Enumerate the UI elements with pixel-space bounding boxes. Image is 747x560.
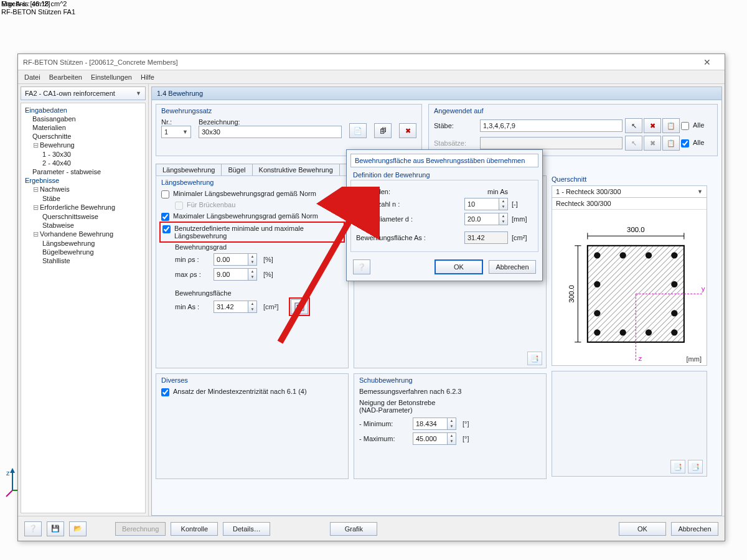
tree-materialien[interactable]: Materialien [21, 123, 145, 132]
help-icon[interactable]: ❔ [24, 521, 42, 536]
tab-buegel[interactable]: Bügel [221, 164, 252, 175]
output-area: 31.42 [464, 231, 508, 244]
tree-basisangaben[interactable]: Basisangaben [21, 114, 145, 123]
label-stabanzahl: Stabanzahl n : [356, 200, 464, 208]
label-schub-min: - Minimum: [359, 420, 409, 427]
cross-section-select[interactable]: 1 - Rechteck 300/300▼ [552, 186, 707, 198]
popup-help-icon[interactable]: ❔ [353, 259, 370, 274]
tree-erforderliche[interactable]: ⊟Erforderliche Bewehrung [21, 203, 145, 212]
tree-nachweis[interactable]: ⊟Nachweis [21, 185, 145, 194]
clear-sets-icon: ✖ [644, 136, 661, 151]
popup-cancel-button[interactable]: Abbrechen [489, 260, 536, 274]
chk-alle-sets[interactable] [681, 139, 689, 147]
tree-querschnitte[interactable]: Querschnitte [21, 132, 145, 141]
input-stabanzahl[interactable]: 10▲▼ [464, 198, 508, 210]
tree-bewehrung[interactable]: ⊟Bewehrung [21, 141, 145, 150]
tree-ergebnisse[interactable]: Ergebnisse [21, 176, 145, 185]
chk-max-norm[interactable] [161, 213, 169, 221]
menu-datei[interactable]: Datei [24, 73, 40, 81]
close-icon[interactable]: ✕ [695, 57, 720, 67]
tree-vorhandene[interactable]: ⊟Vorhandene Bewehrung [21, 230, 145, 239]
schub-line2: Neigung der Betonstrebe [359, 399, 541, 406]
label-bezeichnung: Bezeichnung: [199, 118, 342, 126]
svg-point-24 [671, 329, 677, 335]
pick-members-icon[interactable]: ↖ [625, 118, 642, 133]
tree-laengs[interactable]: Längsbewehrung [21, 239, 145, 248]
group-title: Angewendet auf [434, 107, 712, 114]
svg-point-8 [301, 305, 303, 307]
input-minrho[interactable]: 0.00▲▼ [214, 253, 257, 266]
unit-cm2: [cm²] [512, 234, 533, 241]
tree-bw1[interactable]: 1 - 30x30 [21, 150, 145, 159]
tree-bw2[interactable]: 2 - 40x40 [21, 159, 145, 167]
unit-mm: [mm] [512, 215, 533, 223]
rebar-definition-dialog: Bewehrungsfläche aus Bewehrungsstäben üb… [346, 149, 543, 281]
input-schub-max[interactable]: 45.000▲▼ [413, 432, 456, 445]
svg-point-7 [297, 305, 299, 307]
svg-text:300.0: 300.0 [627, 226, 644, 233]
menu-bearbeiten[interactable]: Bearbeiten [49, 73, 82, 81]
copy-set-icon[interactable]: 🗐 [374, 123, 392, 138]
unit-cm2: [cm²] [263, 303, 278, 310]
import-icon[interactable]: 📂 [69, 521, 87, 536]
chk-brueck [175, 202, 183, 210]
case-combo[interactable]: FA2 - CA1-own reinforcement ▼ [21, 86, 146, 100]
abbrechen-button[interactable]: Abbrechen [671, 522, 718, 536]
label-maxrho: max ρs : [175, 271, 210, 278]
delete-set-icon[interactable]: ✖ [399, 123, 416, 138]
berechnung-button[interactable]: Berechnung [115, 522, 166, 536]
tab-laengs[interactable]: Längsbewehrung [156, 164, 222, 175]
menu-einstellungen[interactable]: Einstellungen [91, 73, 132, 81]
list-members-icon[interactable]: 📋 [662, 118, 680, 133]
tree-stahlliste[interactable]: Stahlliste [21, 256, 145, 265]
chk-min-norm[interactable] [161, 190, 169, 198]
clear-members-icon[interactable]: ✖ [644, 118, 661, 133]
cross-section-drawing: 300.0 300.0 y z [552, 210, 707, 365]
tree-stabweise[interactable]: Stabweise [21, 221, 145, 230]
unit-deg: [°] [463, 420, 469, 427]
dialog-footer: ❔ 💾 📂 Berechnung Kontrolle Details… Graf… [18, 516, 725, 541]
svg-point-19 [594, 310, 600, 316]
qs-unit: [mm] [687, 355, 702, 363]
unit-pct: [%] [263, 271, 273, 278]
qs-detail-icon[interactable]: 📑 [670, 460, 685, 474]
ok-button[interactable]: OK [619, 522, 666, 536]
tree-buegel[interactable]: Bügelbewehrung [21, 248, 145, 256]
svg-text:300.0: 300.0 [568, 285, 575, 302]
unit-count: [-] [512, 200, 533, 208]
tree-param[interactable]: Parameter - stabweise [21, 167, 145, 176]
take-rebar-area-button[interactable] [291, 299, 308, 314]
navigation-tree[interactable]: Eingabedaten Basisangaben Materialien Qu… [21, 103, 146, 513]
tab-konstruktiv[interactable]: Konstruktive Bewehrung [252, 164, 340, 175]
details-button[interactable]: Details… [223, 522, 270, 536]
qs-detail-icon-2[interactable]: 📑 [688, 460, 703, 474]
faktoren-detail-icon[interactable]: 📑 [527, 352, 542, 365]
qs-title: Querschnitt [552, 175, 707, 183]
new-set-icon[interactable]: 📄 [349, 123, 367, 138]
export-icon[interactable]: 💾 [47, 521, 64, 536]
grafik-button[interactable]: Grafik [330, 522, 377, 536]
menu-hilfe[interactable]: Hilfe [141, 73, 154, 81]
group-qs-lower: 📑📑 [552, 371, 707, 477]
svg-text:z: z [638, 355, 642, 362]
combo-nr[interactable]: 1▼ [161, 126, 191, 138]
chk-userdef[interactable] [162, 225, 171, 233]
pick-sets-icon: ↖ [625, 136, 642, 151]
chk-mindestexz[interactable] [161, 388, 169, 396]
chk-alle-staebe[interactable] [681, 122, 689, 130]
label-bewgrad: Bewehrungsgrad [175, 243, 343, 251]
input-maxrho[interactable]: 9.00▲▼ [214, 268, 257, 281]
tree-input[interactable]: Eingabedaten [21, 106, 145, 114]
input-bezeichnung[interactable]: 30x30 [199, 126, 342, 138]
unit-pct: [%] [263, 256, 273, 263]
label-staebe: Stäbe: [434, 122, 477, 129]
tree-qsweise[interactable]: Querschnittsweise [21, 212, 145, 221]
input-stabsaetze [480, 137, 622, 149]
popup-ok-button[interactable]: OK [435, 260, 482, 274]
input-schub-min[interactable]: 18.434▲▼ [413, 418, 456, 430]
input-diameter[interactable]: 20.0▲▼ [464, 213, 508, 225]
tree-staebe[interactable]: Stäbe [21, 194, 145, 203]
kontrolle-button[interactable]: Kontrolle [171, 522, 218, 536]
input-staebe[interactable]: 1,3,4,6,7,9 [480, 119, 622, 132]
input-minas[interactable]: 31.42▲▼ [214, 301, 257, 313]
